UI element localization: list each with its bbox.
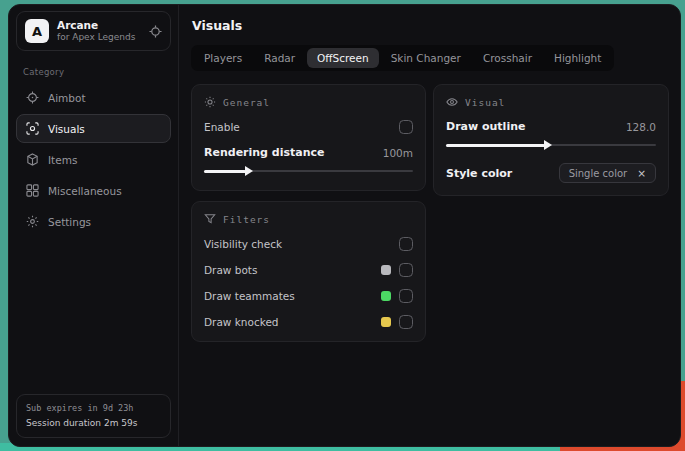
rendering-distance-slider[interactable] xyxy=(204,164,413,178)
gear-icon xyxy=(26,215,39,228)
style-color-selected-value: Single color xyxy=(569,168,628,179)
clear-icon[interactable]: × xyxy=(637,167,646,179)
scan-eye-icon xyxy=(26,122,39,135)
grid-icon xyxy=(26,184,39,197)
style-color-label: Style color xyxy=(446,167,512,180)
visuals-tabbar: Players Radar OffScreen Skin Changer Cro… xyxy=(191,45,614,71)
visibility-check-checkbox[interactable] xyxy=(399,237,413,251)
main-content: Visuals Players Radar OffScreen Skin Cha… xyxy=(179,5,681,446)
sidebar-nav: Aimbot Visuals Items xyxy=(16,83,171,236)
draw-bots-label: Draw bots xyxy=(204,264,257,276)
draw-outline-slider[interactable] xyxy=(446,138,656,152)
sidebar-item-aimbot[interactable]: Aimbot xyxy=(16,83,171,112)
app-meta: Arcane for Apex Legends xyxy=(57,19,141,43)
eye-icon xyxy=(446,96,458,108)
draw-outline-row: Draw outline 128.0 xyxy=(446,119,656,134)
sidebar-item-label: Miscellaneous xyxy=(48,185,122,197)
tab-highlight[interactable]: Highlight xyxy=(544,48,611,68)
visibility-check-label: Visibility check xyxy=(204,238,282,250)
app-window: A Arcane for Apex Legends Category Aimbo… xyxy=(8,4,681,447)
sidebar-item-settings[interactable]: Settings xyxy=(16,207,171,236)
draw-outline-value: 128.0 xyxy=(626,121,656,133)
sidebar-item-label: Items xyxy=(48,154,77,166)
draw-knocked-label: Draw knocked xyxy=(204,316,279,328)
session-info-card: Sub expires in 9d 23h Session duration 2… xyxy=(16,394,171,438)
slider-fill xyxy=(204,170,246,173)
visibility-check-row: Visibility check xyxy=(204,236,413,251)
enable-label: Enable xyxy=(204,121,240,133)
app-logo: A xyxy=(25,19,49,43)
page-title: Visuals xyxy=(192,18,669,33)
draw-knocked-color-swatch[interactable] xyxy=(381,317,391,327)
draw-bots-checkbox[interactable] xyxy=(399,263,413,277)
draw-knocked-row: Draw knocked xyxy=(204,314,413,329)
sidebar-item-items[interactable]: Items xyxy=(16,145,171,174)
panel-title: General xyxy=(223,97,270,108)
app-subtitle: for Apex Legends xyxy=(57,32,141,43)
sun-icon xyxy=(204,96,216,108)
sidebar-item-visuals[interactable]: Visuals xyxy=(16,114,171,143)
enable-row: Enable xyxy=(204,119,413,134)
package-icon xyxy=(26,153,39,166)
filters-panel-header: Filters xyxy=(204,213,413,225)
rendering-distance-row: Rendering distance 100m xyxy=(204,145,413,160)
tab-players[interactable]: Players xyxy=(194,48,252,68)
visual-panel: Visual Draw outline 128.0 Style color Si… xyxy=(433,84,669,196)
tab-crosshair[interactable]: Crosshair xyxy=(473,48,542,68)
sidebar-item-miscellaneous[interactable]: Miscellaneous xyxy=(16,176,171,205)
draw-teammates-row: Draw teammates xyxy=(204,288,413,303)
category-label: Category xyxy=(23,67,171,77)
tab-offscreen[interactable]: OffScreen xyxy=(307,48,379,68)
sub-expires-text: Sub expires in 9d 23h xyxy=(26,402,161,416)
tab-skin-changer[interactable]: Skin Changer xyxy=(381,48,471,68)
app-header-card: A Arcane for Apex Legends xyxy=(16,11,171,51)
session-duration-text: Session duration 2m 59s xyxy=(26,416,161,430)
style-color-select[interactable]: Single color × xyxy=(559,163,656,183)
enable-checkbox[interactable] xyxy=(399,120,413,134)
draw-teammates-label: Draw teammates xyxy=(204,290,295,302)
slider-fill xyxy=(446,144,545,147)
rendering-distance-label: Rendering distance xyxy=(204,146,325,159)
panel-title: Visual xyxy=(465,97,505,108)
sidebar-item-label: Settings xyxy=(48,216,91,228)
panel-title: Filters xyxy=(223,214,270,225)
draw-teammates-color-swatch[interactable] xyxy=(381,291,391,301)
sidebar: A Arcane for Apex Legends Category Aimbo… xyxy=(9,5,179,446)
rendering-distance-value: 100m xyxy=(383,147,413,159)
draw-outline-label: Draw outline xyxy=(446,120,525,133)
draw-bots-color-swatch[interactable] xyxy=(381,265,391,275)
general-panel-header: General xyxy=(204,96,413,108)
app-name: Arcane xyxy=(57,19,141,32)
draw-teammates-checkbox[interactable] xyxy=(399,289,413,303)
sidebar-item-label: Visuals xyxy=(48,123,85,135)
target-icon[interactable] xyxy=(149,25,162,38)
style-color-row: Style color Single color × xyxy=(446,163,656,183)
tab-radar[interactable]: Radar xyxy=(254,48,305,68)
draw-knocked-checkbox[interactable] xyxy=(399,315,413,329)
funnel-icon xyxy=(204,213,216,225)
draw-bots-row: Draw bots xyxy=(204,262,413,277)
sidebar-item-label: Aimbot xyxy=(48,92,86,104)
visual-panel-header: Visual xyxy=(446,96,656,108)
filters-panel: Filters Visibility check Draw bots xyxy=(191,201,426,342)
general-panel: General Enable Rendering distance 100m xyxy=(191,84,426,191)
crosshair-icon xyxy=(26,91,39,104)
